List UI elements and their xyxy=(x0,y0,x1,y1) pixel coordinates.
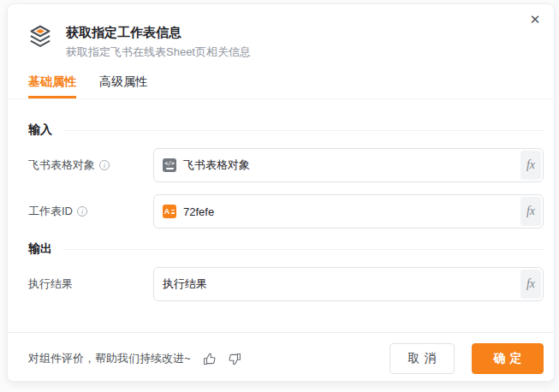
fx-button[interactable]: fx xyxy=(520,151,541,180)
section-divider xyxy=(62,249,544,250)
text-type-lines xyxy=(171,210,175,214)
code-badge-icon: </> xyxy=(163,158,176,172)
footer-divider xyxy=(8,332,554,333)
section-divider xyxy=(62,130,544,131)
code-badge-bar xyxy=(166,168,174,169)
feedback-text: 对组件评价，帮助我们持续改进~ xyxy=(28,351,191,366)
input-value: 执行结果 xyxy=(163,276,207,292)
feedback-area: 对组件评价，帮助我们持续改进~ xyxy=(28,351,242,366)
thumb-down-icon[interactable] xyxy=(228,352,242,366)
page-background: ✕ 获取指定工作表信息 获取指定飞书在线表Sheet页相关信息 基础属性 高级属… xyxy=(0,0,559,392)
feishu-table-object-input[interactable]: </> 飞书表格对象 fx xyxy=(153,148,544,182)
section-header-output: 输出 xyxy=(28,241,544,258)
field-label: 执行结果 xyxy=(28,276,153,292)
header-titles: 获取指定工作表信息 获取指定飞书在线表Sheet页相关信息 xyxy=(66,23,251,61)
thumb-up-icon[interactable] xyxy=(202,352,217,366)
cancel-button[interactable]: 取消 xyxy=(390,343,455,374)
worksheet-info-dialog: ✕ 获取指定工作表信息 获取指定飞书在线表Sheet页相关信息 基础属性 高级属… xyxy=(7,3,555,382)
field-row-worksheet-id: 工作表ID A 72fefe fx xyxy=(28,194,544,229)
layers-icon xyxy=(28,25,52,50)
tab-bar: 基础属性 高级属性 xyxy=(8,73,554,99)
field-row-execution-result: 执行结果 执行结果 fx xyxy=(28,267,544,301)
text-type-glyph: A xyxy=(164,208,170,216)
field-label-text: 飞书表格对象 xyxy=(28,157,95,173)
dialog-header: 获取指定工作表信息 获取指定飞书在线表Sheet页相关信息 xyxy=(28,23,251,61)
tab-basic-properties[interactable]: 基础属性 xyxy=(28,73,76,98)
close-icon[interactable]: ✕ xyxy=(526,11,544,28)
dialog-body: 输入 飞书表格对象 </> 飞书表格对象 fx xyxy=(28,112,544,313)
tab-advanced-properties[interactable]: 高级属性 xyxy=(99,73,147,98)
footer-buttons: 取消 确定 xyxy=(390,343,544,374)
info-icon[interactable] xyxy=(99,160,110,170)
fx-button[interactable]: fx xyxy=(520,270,541,299)
field-label-text: 执行结果 xyxy=(28,276,73,292)
confirm-button[interactable]: 确定 xyxy=(472,343,544,374)
fx-button[interactable]: fx xyxy=(520,197,541,226)
execution-result-input[interactable]: 执行结果 fx xyxy=(153,267,544,301)
code-glyph: </> xyxy=(164,161,175,167)
input-value: 72fefe xyxy=(183,205,214,218)
field-label-text: 工作表ID xyxy=(28,204,73,219)
field-row-feishu-table-object: 飞书表格对象 </> 飞书表格对象 fx xyxy=(28,148,544,182)
text-type-icon: A xyxy=(163,205,176,218)
section-title-input: 输入 xyxy=(28,122,52,138)
input-value: 飞书表格对象 xyxy=(183,157,250,173)
section-header-input: 输入 xyxy=(28,122,544,139)
section-title-output: 输出 xyxy=(28,241,52,257)
worksheet-id-input[interactable]: A 72fefe fx xyxy=(153,194,544,229)
dialog-footer: 对组件评价，帮助我们持续改进~ 取消 确定 xyxy=(28,343,544,374)
field-label: 工作表ID xyxy=(28,204,153,219)
field-label: 飞书表格对象 xyxy=(28,157,153,173)
dialog-title: 获取指定工作表信息 xyxy=(66,23,251,42)
dialog-subtitle: 获取指定飞书在线表Sheet页相关信息 xyxy=(66,44,251,61)
info-icon[interactable] xyxy=(77,206,87,217)
